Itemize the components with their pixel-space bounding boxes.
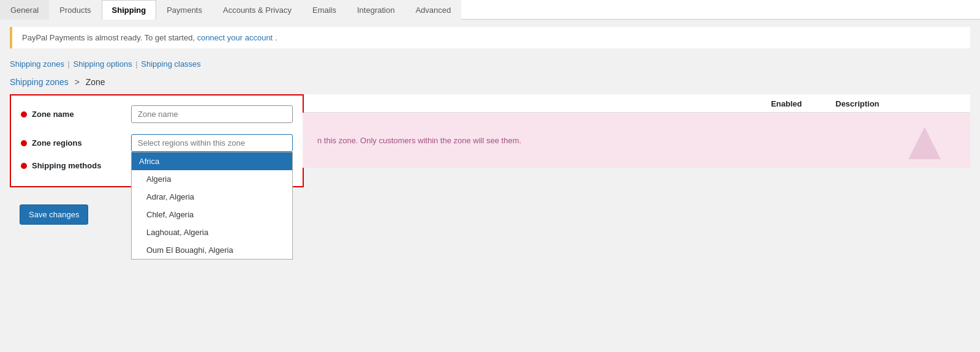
dropdown-item-laghouat[interactable]: Laghouat, Algeria bbox=[132, 223, 292, 241]
breadcrumb-current: Zone bbox=[86, 77, 105, 87]
zone-name-row: Zone name bbox=[21, 105, 293, 123]
breadcrumb-separator: > bbox=[75, 77, 80, 87]
breadcrumb-link[interactable]: Shipping zones bbox=[10, 77, 69, 87]
sub-nav-shipping-zones[interactable]: Shipping zones bbox=[10, 59, 64, 69]
save-changes-button[interactable]: Save changes bbox=[20, 204, 88, 225]
shipping-methods-placeholder-area: n this zone. Only customers within the z… bbox=[303, 113, 970, 168]
shipping-methods-dot bbox=[21, 163, 27, 169]
tab-integration[interactable]: Integration bbox=[347, 0, 405, 20]
sub-nav-shipping-classes[interactable]: Shipping classes bbox=[141, 59, 201, 69]
methods-col-enabled-header: Enabled bbox=[737, 99, 835, 108]
sub-nav-sep-1: | bbox=[68, 59, 72, 69]
tab-general[interactable]: General bbox=[0, 0, 49, 20]
tabs-bar: General Products Shipping Payments Accou… bbox=[0, 0, 980, 20]
zone-name-input[interactable] bbox=[131, 105, 293, 123]
sub-nav-sep-2: | bbox=[135, 59, 140, 69]
shipping-methods-right: Enabled Description n this zone. Only cu… bbox=[304, 94, 970, 168]
zone-regions-dot bbox=[21, 140, 27, 146]
zone-name-field bbox=[131, 105, 293, 123]
region-dropdown: Africa Algeria Adrar, Algeria Chlef, Alg… bbox=[131, 152, 293, 260]
shipping-methods-placeholder-text: n this zone. Only customers within the z… bbox=[317, 136, 521, 145]
dropdown-item-oum[interactable]: Oum El Bouaghi, Algeria bbox=[132, 241, 292, 259]
notification-bar: PayPal Payments is almost ready. To get … bbox=[10, 27, 970, 48]
zone-regions-row: Zone regions Africa Algeria Adrar, Alger… bbox=[21, 134, 293, 152]
dropdown-item-chlef[interactable]: Chlef, Algeria bbox=[132, 206, 292, 223]
dropdown-item-adrar[interactable]: Adrar, Algeria bbox=[132, 188, 292, 206]
tab-emails[interactable]: Emails bbox=[302, 0, 347, 20]
zone-regions-label: Zone regions bbox=[21, 134, 131, 148]
methods-col-title-header bbox=[312, 99, 737, 108]
sub-nav-shipping-options[interactable]: Shipping options bbox=[74, 59, 132, 69]
connect-account-link[interactable]: connect your account bbox=[197, 33, 273, 42]
shipping-methods-label: Shipping methods bbox=[21, 157, 131, 170]
dropdown-item-africa[interactable]: Africa bbox=[132, 152, 292, 170]
notification-text: PayPal Payments is almost ready. To get … bbox=[22, 33, 197, 42]
methods-col-description-header: Description bbox=[835, 99, 970, 108]
notification-text-after: . bbox=[275, 33, 277, 42]
region-search-input[interactable] bbox=[131, 134, 293, 152]
methods-header-row: Enabled Description bbox=[303, 94, 970, 113]
sub-nav: Shipping zones | Shipping options | Ship… bbox=[0, 56, 980, 75]
breadcrumb: Shipping zones > Zone bbox=[0, 75, 980, 94]
tab-payments[interactable]: Payments bbox=[156, 0, 213, 20]
dropdown-item-algeria[interactable]: Algeria bbox=[132, 170, 292, 188]
tab-products[interactable]: Products bbox=[49, 0, 101, 20]
tab-shipping[interactable]: Shipping bbox=[102, 0, 157, 20]
shipping-icon: ▲ bbox=[897, 113, 952, 168]
zone-regions-field: Africa Algeria Adrar, Algeria Chlef, Alg… bbox=[131, 134, 293, 152]
zone-name-label: Zone name bbox=[21, 110, 131, 119]
zone-form-box: Zone name Zone regions Africa Alger bbox=[10, 94, 304, 187]
tab-accounts[interactable]: Accounts & Privacy bbox=[213, 0, 302, 20]
page-wrapper: General Products Shipping Payments Accou… bbox=[0, 0, 980, 352]
tab-advanced[interactable]: Advanced bbox=[405, 0, 461, 20]
zone-name-dot bbox=[21, 111, 27, 118]
